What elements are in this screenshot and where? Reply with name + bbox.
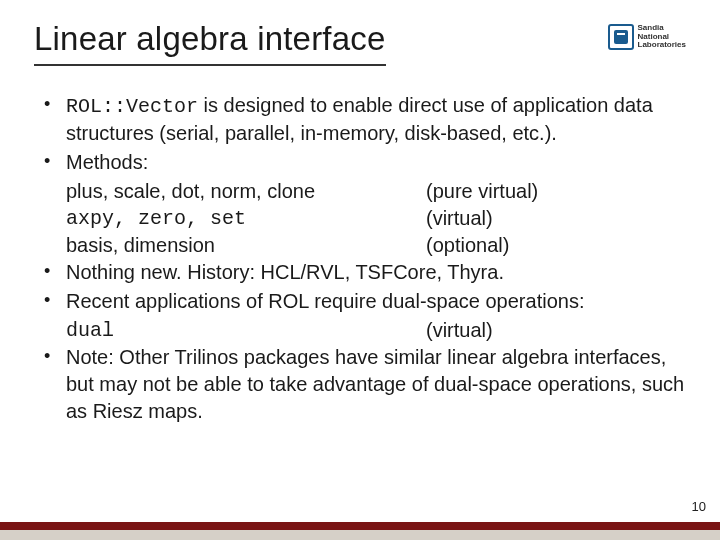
bullet-dual-intro: Recent applications of ROL require dual-… xyxy=(42,288,686,315)
dual-right: (virtual) xyxy=(426,317,686,344)
slide-title: Linear algebra interface xyxy=(34,20,386,64)
method-right-0: (pure virtual) xyxy=(426,178,686,205)
footer-bar xyxy=(0,522,720,540)
method-right-2: (optional) xyxy=(426,232,686,259)
dual-left: dual xyxy=(66,317,426,344)
title-wrap: Linear algebra interface xyxy=(34,20,386,66)
bullet-methods: Methods: xyxy=(42,149,686,176)
code-rol-vector: ROL::Vector xyxy=(66,95,198,118)
method-row-1: axpy, zero, set (virtual) xyxy=(42,205,686,232)
method-left-2: basis, dimension xyxy=(66,232,426,259)
method-left-0: plus, scale, dot, norm, clone xyxy=(66,178,426,205)
bullet-history: Nothing new. History: HCL/RVL, TSFCore, … xyxy=(42,259,686,286)
method-row-2: basis, dimension (optional) xyxy=(42,232,686,259)
logo-line3: Laboratories xyxy=(638,41,686,49)
footer-bar-gray xyxy=(0,530,720,540)
logo-text: Sandia National Laboratories xyxy=(638,24,686,49)
header: Linear algebra interface Sandia National… xyxy=(34,20,686,92)
footer-bar-red xyxy=(0,522,720,530)
method-right-1: (virtual) xyxy=(426,205,686,232)
logo-icon xyxy=(608,24,634,50)
sandia-logo: Sandia National Laboratories xyxy=(608,24,686,50)
bullet-note: Note: Other Trilinos packages have simil… xyxy=(42,344,686,425)
dual-row: dual (virtual) xyxy=(42,317,686,344)
page-number: 10 xyxy=(692,499,706,514)
bullet-vector: ROL::Vector is designed to enable direct… xyxy=(42,92,686,147)
bullet-methods-label: Methods: xyxy=(66,151,148,173)
slide: Linear algebra interface Sandia National… xyxy=(0,0,720,540)
method-left-1: axpy, zero, set xyxy=(66,205,426,232)
method-row-0: plus, scale, dot, norm, clone (pure virt… xyxy=(42,178,686,205)
content: ROL::Vector is designed to enable direct… xyxy=(34,92,686,425)
